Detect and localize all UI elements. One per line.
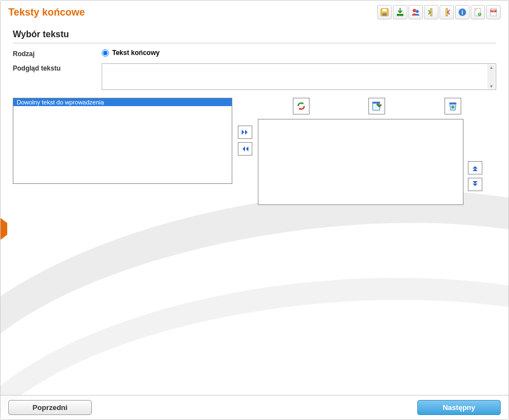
move-up-button[interactable] bbox=[468, 161, 482, 174]
info-button[interactable]: i bbox=[455, 5, 470, 19]
rodzaj-label: Rodzaj bbox=[13, 49, 102, 58]
delete-button[interactable] bbox=[445, 98, 461, 114]
svg-rect-18 bbox=[449, 103, 456, 104]
previous-button[interactable]: Poprzedni bbox=[8, 400, 92, 415]
available-texts-list[interactable]: Dowolny tekst do wprowadzenia bbox=[13, 98, 232, 184]
selected-texts-list[interactable] bbox=[258, 119, 463, 205]
section-title: Wybór tekstu bbox=[13, 29, 496, 43]
list-item[interactable]: Dowolny tekst do wprowadzenia bbox=[13, 98, 232, 106]
svg-point-5 bbox=[416, 10, 418, 13]
svg-point-4 bbox=[413, 9, 416, 12]
page-title: Teksty końcowe bbox=[8, 7, 85, 18]
preview-scrollbar[interactable]: ▴▾ bbox=[487, 64, 495, 89]
edit-button[interactable] bbox=[368, 98, 385, 114]
header-toolbar: i + PDF bbox=[377, 5, 501, 19]
svg-text:+: + bbox=[478, 12, 481, 17]
svg-text:PDF: PDF bbox=[491, 10, 496, 12]
refresh-button[interactable] bbox=[293, 98, 310, 114]
tekst-koncowy-radio-label: Tekst końcowy bbox=[112, 49, 159, 57]
podglad-label: Podgląd tekstu bbox=[13, 63, 102, 72]
preview-textarea[interactable]: ▴▾ bbox=[102, 63, 496, 90]
save-button[interactable] bbox=[377, 5, 392, 19]
move-left-button[interactable] bbox=[238, 142, 252, 156]
pdf-button[interactable]: PDF bbox=[486, 5, 501, 19]
users-button[interactable] bbox=[408, 5, 423, 19]
move-right-button[interactable] bbox=[238, 126, 252, 139]
new-doc-button[interactable]: + bbox=[471, 5, 485, 19]
svg-text:i: i bbox=[462, 9, 463, 16]
next-button[interactable]: Następny bbox=[417, 400, 501, 415]
tekst-koncowy-radio[interactable] bbox=[102, 49, 109, 57]
svg-rect-2 bbox=[382, 13, 387, 16]
measure-in-button[interactable] bbox=[424, 5, 438, 19]
svg-rect-1 bbox=[382, 9, 387, 12]
move-down-button[interactable] bbox=[468, 178, 482, 191]
download-button[interactable] bbox=[393, 5, 407, 19]
measure-out-button[interactable] bbox=[440, 5, 454, 19]
svg-rect-17 bbox=[373, 102, 380, 104]
svg-rect-3 bbox=[397, 14, 403, 16]
